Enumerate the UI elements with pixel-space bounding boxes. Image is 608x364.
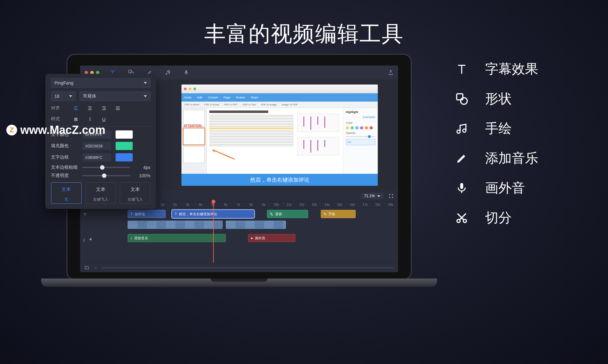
italic-icon[interactable]: I xyxy=(86,116,93,122)
clip-text-1[interactable]: T加评论 xyxy=(128,210,166,218)
border-color-label: 文字边框 xyxy=(51,154,78,160)
opacity-label: 不透明度 xyxy=(51,173,78,179)
text-icon xyxy=(453,60,471,78)
align-left-icon[interactable] xyxy=(73,105,79,112)
font-weight-select[interactable]: 常规体 xyxy=(79,91,150,101)
bottom-bar: → xyxy=(80,263,398,272)
tool-music-icon[interactable] xyxy=(163,68,172,77)
attention-label: ATTENTION xyxy=(184,124,201,128)
fill-color-hex[interactable]: #DD3939 xyxy=(83,142,111,150)
zoom-badge[interactable]: 71.1% xyxy=(361,193,383,199)
svg-point-12 xyxy=(457,219,460,223)
watermark-text: www.MacZ.com xyxy=(20,123,105,137)
ruler-tick: 3s xyxy=(186,203,190,206)
ruler-tick: 14s xyxy=(325,203,330,206)
pencil-icon xyxy=(453,149,471,167)
feature-label: 手绘 xyxy=(485,120,512,137)
bold-icon[interactable]: B xyxy=(73,116,79,122)
font-family-select[interactable]: PingFang xyxy=(51,78,150,88)
track-mute-icon[interactable] xyxy=(89,237,93,243)
playhead[interactable] xyxy=(213,202,214,263)
anim-option[interactable]: 文本右侧飞入 xyxy=(120,182,150,204)
feature-mic: 画外音 xyxy=(453,179,538,197)
text-properties-panel: PingFang 18 常规体 对齐 样式 B I U 文字颜色 xyxy=(45,74,156,209)
fullscreen-icon[interactable] xyxy=(389,193,394,198)
ruler-tick: 16s xyxy=(350,203,355,206)
clip-voice[interactable]: ●画外音 xyxy=(248,234,295,242)
border-color-hex[interactable]: #3B99FC xyxy=(83,153,111,161)
feature-label: 切分 xyxy=(485,209,512,227)
preview-caption: 然后，单击右键添加评论 xyxy=(181,174,378,186)
clip-video-2[interactable] xyxy=(226,221,286,229)
ruler-tick: 7s xyxy=(237,203,240,206)
doc-side-panel: Highlight Examples Color Opacity Hi~ xyxy=(343,108,378,174)
ruler-tick: 17s xyxy=(363,203,368,206)
ruler-tick: 10s xyxy=(274,203,279,206)
ruler-tick: 9s xyxy=(262,203,266,206)
doc-thumbnails: ATTENTION xyxy=(181,108,207,174)
underline-icon[interactable]: U xyxy=(100,116,107,122)
svg-point-13 xyxy=(463,219,466,223)
fill-color-swatch[interactable] xyxy=(116,142,133,150)
feature-label: 添加音乐 xyxy=(485,149,538,167)
align-center-icon[interactable] xyxy=(86,105,93,112)
clip-music[interactable]: ♪添加音乐 xyxy=(128,234,226,242)
ruler-tick: 4s xyxy=(199,203,202,206)
clip-shape[interactable]: 形状 xyxy=(267,210,308,218)
feature-pencil: 添加音乐 xyxy=(453,149,538,167)
align-label: 对齐 xyxy=(51,105,69,111)
ruler-tick: 13s xyxy=(312,203,317,206)
feature-text: 字幕效果 xyxy=(453,60,538,78)
anim-option[interactable]: 文本左侧飞入 xyxy=(86,182,116,204)
export-icon[interactable] xyxy=(388,70,394,75)
hero-title: 丰富的视频编辑工具 xyxy=(0,0,608,48)
ruler-tick: 19s xyxy=(388,203,393,206)
opacity-slider[interactable] xyxy=(82,175,130,176)
preview-window-toolbar xyxy=(181,85,378,93)
clip-draw[interactable]: ✎手绘 xyxy=(321,210,356,218)
style-label: 样式 xyxy=(51,116,69,122)
svg-point-10 xyxy=(461,98,467,104)
cut-icon xyxy=(453,209,471,227)
text-color-swatch[interactable] xyxy=(116,130,133,139)
border-width-value: 4px xyxy=(134,165,150,170)
ruler-tick: 12s xyxy=(299,203,304,206)
feature-shape: 形状 xyxy=(453,90,538,108)
border-color-swatch[interactable] xyxy=(116,153,133,161)
shape-icon xyxy=(453,90,471,108)
anim-option[interactable]: 文本无 xyxy=(51,182,82,204)
svg-rect-2 xyxy=(186,70,187,73)
border-width-label: 文本边框粗细 xyxy=(51,165,78,170)
ruler-tick: 11s xyxy=(287,203,292,206)
svg-rect-11 xyxy=(460,183,463,189)
music-icon xyxy=(453,120,471,137)
folder-icon[interactable] xyxy=(85,265,89,270)
ruler-tick: 2s xyxy=(174,203,177,206)
feature-label: 字幕效果 xyxy=(485,60,538,78)
ruler-tick: 1s xyxy=(161,203,164,206)
track-text-icon xyxy=(83,212,95,217)
laptop-frame: HomeEditConvertPageProtectShare PDF to W… xyxy=(66,54,412,280)
preview-pane: HomeEditConvertPageProtectShare PDF to W… xyxy=(181,85,378,186)
svg-point-8 xyxy=(271,214,273,216)
preview-subtabs: PDF to WordPDF to ExcelPDF to PPTPDF to … xyxy=(181,102,378,108)
svg-rect-7 xyxy=(270,213,271,214)
laptop-base xyxy=(41,279,437,287)
font-size-select[interactable]: 18 xyxy=(51,91,76,101)
clip-video-1[interactable] xyxy=(128,221,223,229)
ruler-tick: 6s xyxy=(224,203,228,206)
align-right-icon[interactable] xyxy=(100,105,107,112)
mic-icon xyxy=(453,179,471,197)
watermark: Z www.MacZ.com xyxy=(6,123,105,137)
border-width-slider[interactable] xyxy=(82,167,130,168)
preview-ribbon: HomeEditConvertPageProtectShare xyxy=(181,93,378,102)
feature-cut: 切分 xyxy=(453,209,538,227)
align-justify-icon[interactable] xyxy=(114,105,121,112)
ruler-tick: 18s xyxy=(375,203,380,206)
doc-main xyxy=(207,108,343,174)
watermark-logo-icon: Z xyxy=(6,125,17,135)
tool-mic-icon[interactable] xyxy=(182,68,191,77)
ruler-tick: 15s xyxy=(337,203,342,206)
track-music-icon: ♪ xyxy=(83,237,85,243)
seek-bar[interactable] xyxy=(101,267,394,268)
